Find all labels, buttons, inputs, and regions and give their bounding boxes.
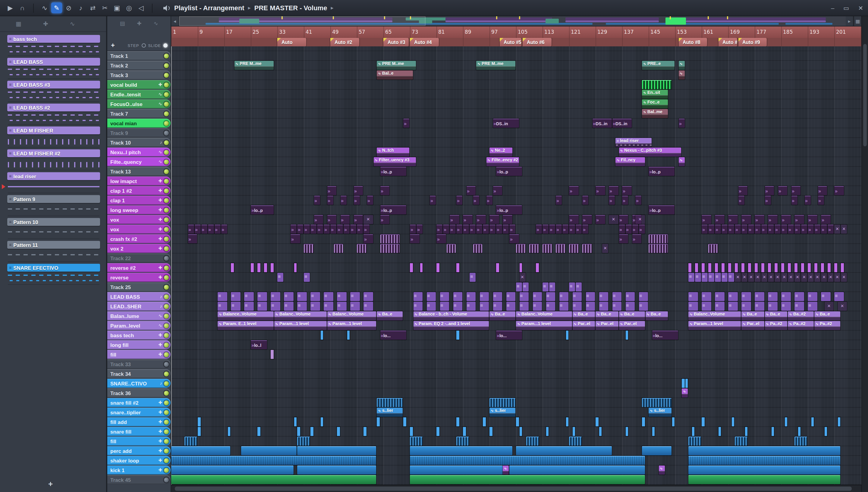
- track-row[interactable]: shaker loop✚: [107, 456, 170, 465]
- pattern-clip[interactable]: ≡: [257, 302, 267, 311]
- pattern-clip[interactable]: [490, 398, 515, 407]
- pattern-clip[interactable]: ≡: [519, 292, 529, 301]
- track-row[interactable]: LEAD BASS♪: [107, 292, 170, 301]
- audio-clip[interactable]: »: [702, 225, 708, 233]
- muted-clip[interactable]: ×: [635, 215, 645, 224]
- audio-clip[interactable]: »: [450, 225, 456, 233]
- clip-bar[interactable]: [742, 263, 744, 272]
- pattern-clip[interactable]: [582, 244, 592, 253]
- pattern-clip[interactable]: [377, 398, 403, 407]
- track-led[interactable]: [164, 294, 169, 299]
- pattern-clip[interactable]: ≡: [506, 302, 515, 311]
- clip-bar[interactable]: [745, 427, 747, 436]
- automation-clip[interactable]: ∿Par..el: [742, 321, 764, 330]
- clip-bar[interactable]: [838, 417, 840, 426]
- track-row[interactable]: FocusO..ulse∿: [107, 99, 170, 108]
- clip-bar[interactable]: [748, 263, 751, 272]
- pattern-item[interactable]: ≡lead riser: [7, 172, 100, 193]
- pattern-clip[interactable]: [516, 244, 525, 253]
- pattern-clip[interactable]: ≡: [284, 292, 293, 301]
- clip-bar[interactable]: [715, 263, 718, 272]
- automation-clip[interactable]: ∿PRE..e: [642, 61, 675, 70]
- audio-clip[interactable]: »: [350, 225, 356, 233]
- pattern-clip[interactable]: ≡: [277, 273, 283, 282]
- pattern-clip[interactable]: ≡: [625, 292, 635, 301]
- pattern-clip[interactable]: ≡: [479, 302, 489, 311]
- clip-bar[interactable]: [294, 417, 297, 426]
- clip-bar[interactable]: [841, 263, 844, 272]
- automation-clip[interactable]: ∿Ba..#2: [788, 311, 814, 320]
- pattern-clip[interactable]: [446, 244, 456, 253]
- audio-clip[interactable]: »: [761, 225, 767, 233]
- pattern-clip[interactable]: ≡: [440, 302, 449, 311]
- muted-clip[interactable]: ×: [824, 302, 834, 311]
- clip-bar[interactable]: [420, 263, 423, 272]
- clip-bar[interactable]: [781, 263, 784, 272]
- clip-bar[interactable]: [788, 263, 791, 272]
- audio-clip[interactable]: »: [814, 225, 820, 233]
- track-led[interactable]: [164, 246, 169, 251]
- pattern-clip[interactable]: ≡: [297, 292, 306, 301]
- automation-clip[interactable]: ∿: [682, 388, 688, 397]
- muted-clip[interactable]: ×: [795, 273, 800, 282]
- audio-clip[interactable]: »: [742, 225, 747, 233]
- automation-clip[interactable]: ∿Balance - b..ch - Volume: [413, 311, 489, 320]
- audio-clip[interactable]: [688, 466, 840, 474]
- audio-clip[interactable]: »: [297, 225, 303, 233]
- automation-clip[interactable]: ∿Param...1 level: [516, 321, 572, 330]
- pattern-clip[interactable]: ≡: [586, 302, 595, 311]
- pattern-clip[interactable]: ≡: [533, 302, 542, 311]
- track-row[interactable]: Nexu..l pitch∿: [107, 148, 170, 156]
- pattern-clip[interactable]: ≡: [715, 273, 721, 282]
- clip-bar[interactable]: [437, 263, 439, 272]
- audio-clip[interactable]: »: [403, 119, 409, 128]
- track-led[interactable]: [164, 477, 169, 482]
- clip-bar[interactable]: [735, 263, 737, 272]
- pattern-clip[interactable]: ≡: [453, 292, 462, 301]
- audio-clip[interactable]: »: [702, 215, 711, 224]
- track-row[interactable]: SNARE..CTIVO♪: [107, 379, 170, 388]
- muted-clip[interactable]: ×: [841, 225, 847, 233]
- audio-clip[interactable]: [410, 475, 645, 484]
- clip-bar[interactable]: [337, 427, 340, 436]
- pattern-clip[interactable]: ≡: [426, 302, 436, 311]
- automation-clip[interactable]: ∿Balanc..Volume: [327, 311, 376, 320]
- automation-clip[interactable]: ∿s..lier: [377, 408, 403, 417]
- audio-clip[interactable]: »lo...: [496, 330, 522, 340]
- clip-bar[interactable]: [834, 263, 837, 272]
- audio-clip[interactable]: »: [821, 215, 830, 224]
- link-icon[interactable]: ∿: [70, 21, 75, 27]
- pattern-clip[interactable]: ≡: [808, 302, 817, 311]
- track-row[interactable]: clap 1 #2✚: [107, 186, 170, 195]
- track-row[interactable]: Track 22: [107, 253, 170, 263]
- automation-clip[interactable]: ∿: [678, 157, 684, 166]
- muted-clip[interactable]: ×: [735, 273, 741, 282]
- clip-bar[interactable]: [519, 427, 522, 436]
- audio-clip[interactable]: [171, 446, 230, 455]
- audio-clip[interactable]: »: [290, 225, 297, 233]
- pattern-item[interactable]: ≡LEAD BASS: [7, 58, 100, 79]
- audio-clip[interactable]: »: [367, 196, 373, 205]
- pattern-clip[interactable]: ≡: [755, 302, 764, 311]
- loop-clip[interactable]: [410, 456, 645, 465]
- pattern-clip[interactable]: ≡: [310, 292, 320, 301]
- audio-clip[interactable]: »: [327, 186, 336, 195]
- track-led[interactable]: [164, 410, 169, 415]
- time-marker[interactable]: Auto #2: [330, 38, 359, 46]
- track-led[interactable]: [164, 448, 169, 453]
- automation-clip[interactable]: ∿Ba..e: [572, 311, 595, 320]
- clip-bar[interactable]: [347, 330, 350, 340]
- audio-clip[interactable]: »: [639, 225, 645, 233]
- pattern-name[interactable]: ≡LEAD BASS: [7, 58, 100, 66]
- audio-clip[interactable]: »: [188, 234, 197, 243]
- audio-clip[interactable]: »: [304, 225, 310, 233]
- track-row[interactable]: Track 33: [107, 360, 170, 369]
- track-led[interactable]: [164, 256, 169, 261]
- track-row[interactable]: Track 34: [107, 369, 170, 378]
- audio-clip[interactable]: »: [781, 225, 787, 233]
- pattern-clip[interactable]: ≡: [702, 292, 711, 301]
- pattern-clip[interactable]: ≡: [569, 282, 575, 292]
- pattern-clip[interactable]: ≡: [795, 302, 804, 311]
- pattern-clip[interactable]: ≡: [413, 302, 423, 311]
- audio-clip[interactable]: »: [363, 234, 373, 243]
